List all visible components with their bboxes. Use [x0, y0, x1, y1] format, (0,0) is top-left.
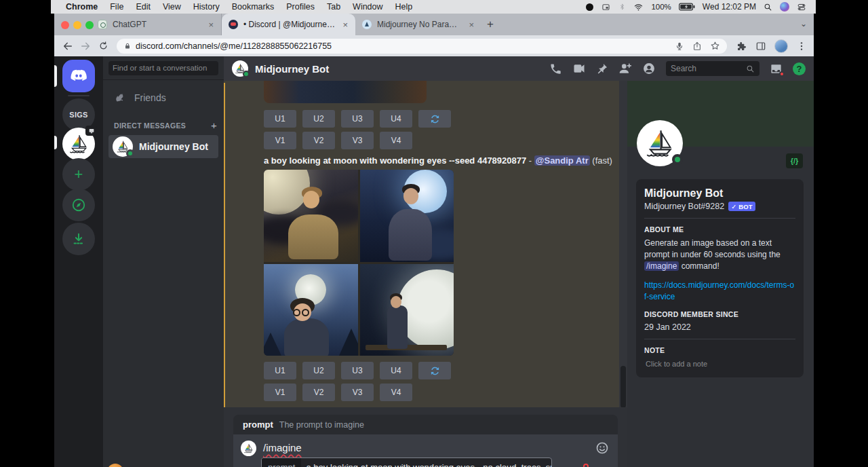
note-input[interactable]: Click to add a note [644, 360, 795, 368]
discord-home-button[interactable] [62, 60, 95, 92]
prompt-option-field[interactable]: prompt a boy looking at moon with wonder… [261, 457, 552, 467]
minimize-window-button[interactable] [73, 21, 81, 29]
back-button[interactable] [61, 39, 75, 53]
reroll-button[interactable] [418, 110, 451, 128]
extensions-icon[interactable] [736, 41, 747, 52]
inbox-button[interactable] [770, 62, 783, 75]
v4-button[interactable]: V4 [380, 384, 412, 401]
u4-button[interactable]: U4 [380, 110, 412, 128]
new-tab-button[interactable]: + [481, 14, 499, 35]
menu-view[interactable]: View [163, 2, 181, 12]
menu-window[interactable]: Window [353, 2, 382, 12]
midjourney-image-grid[interactable] [264, 170, 454, 356]
menu-tab[interactable]: Tab [327, 2, 340, 12]
u4-button[interactable]: U4 [380, 362, 412, 379]
add-server-button[interactable]: + [62, 158, 95, 191]
v4-button[interactable]: V4 [380, 132, 412, 149]
tab-midjourney-no-parameter[interactable]: Midjourney No Parameter × [355, 14, 481, 35]
prompt-option-value[interactable]: a boy looking at moon with wondering eye… [301, 458, 552, 467]
close-window-button[interactable] [61, 21, 69, 29]
imagine-command-chip[interactable]: /imagine [644, 261, 679, 271]
chrome-window: ChatGPT × • Discord | @Midjourney Bot × … [54, 14, 814, 467]
tab-close-icon[interactable]: × [206, 20, 216, 30]
menu-help[interactable]: Help [395, 2, 413, 12]
window-manager-icon[interactable] [601, 3, 611, 12]
u1-button[interactable]: U1 [264, 362, 296, 379]
emoji-picker-icon[interactable] [595, 441, 609, 455]
conversation-search-button[interactable]: Find or start a conversation [108, 61, 218, 75]
generated-image-2[interactable] [360, 170, 454, 262]
user-mention[interactable]: @Sandip Atr [534, 155, 590, 166]
address-bar[interactable]: discord.com/channels/@me/112828885506221… [117, 39, 727, 54]
u1-button[interactable]: U1 [264, 110, 296, 128]
menu-profiles[interactable]: Profiles [286, 2, 315, 12]
main-area: Midjourney Bot Search [224, 56, 814, 467]
member-since-label: DISCORD MEMBER SINCE [644, 310, 795, 318]
v1-button[interactable]: V1 [264, 132, 296, 149]
create-dm-icon[interactable]: + [211, 119, 217, 131]
menu-file[interactable]: File [110, 2, 123, 12]
voice-call-icon[interactable] [549, 62, 562, 75]
u2-button[interactable]: U2 [302, 362, 335, 379]
control-center-icon[interactable] [797, 3, 806, 12]
v3-button[interactable]: V3 [341, 132, 374, 149]
help-button[interactable]: ? [793, 62, 806, 75]
generated-image-4[interactable] [360, 264, 454, 356]
dm-item-midjourney-bot[interactable]: Midjourney Bot [108, 135, 218, 158]
menu-edit[interactable]: Edit [136, 2, 151, 12]
tab-discord-active[interactable]: • Discord | @Midjourney Bot × [222, 14, 355, 35]
bookmark-star-icon[interactable] [710, 41, 720, 51]
reroll-button[interactable] [418, 362, 451, 379]
chat-scrollbar-thumb[interactable] [620, 366, 626, 407]
tab-chatgpt[interactable]: ChatGPT × [91, 14, 222, 35]
v2-button[interactable]: V2 [302, 132, 335, 149]
menu-chrome[interactable]: Chrome [66, 2, 98, 12]
reload-button[interactable] [96, 39, 110, 53]
browser-menu-icon[interactable] [796, 41, 807, 52]
user-profile-toggle-icon[interactable] [642, 62, 656, 75]
side-panel-icon[interactable] [755, 41, 766, 52]
browser-profile-avatar[interactable] [774, 39, 788, 53]
share-icon[interactable] [692, 41, 702, 51]
chat-search-input[interactable]: Search [666, 61, 760, 76]
battery-icon[interactable] [679, 3, 695, 11]
macos-menubar: Chrome File Edit View History Bookmarks … [51, 0, 816, 14]
screen-record-icon[interactable] [586, 3, 593, 11]
tab-search-chevron-icon[interactable]: ⌄ [800, 19, 807, 29]
midjourney-dm-icon[interactable] [62, 128, 95, 160]
menu-bookmarks[interactable]: Bookmarks [232, 2, 275, 12]
user-avatar[interactable] [107, 464, 123, 467]
message-input-box[interactable]: /imagine prompt a boy looking at moon wi… [233, 434, 618, 467]
forward-button[interactable] [79, 39, 92, 53]
add-friends-to-dm-icon[interactable] [618, 62, 632, 75]
pinned-messages-icon[interactable] [596, 62, 608, 75]
generated-image-3[interactable] [264, 264, 358, 356]
v1-button[interactable]: V1 [264, 384, 296, 401]
generated-image-1[interactable] [264, 170, 358, 262]
browser-toolbar: discord.com/channels/@me/112828885506221… [54, 35, 814, 56]
midjourney-bot-avatar [241, 441, 256, 456]
siri-icon[interactable] [780, 2, 789, 12]
previous-image-attachment[interactable] [264, 81, 427, 103]
download-apps-button[interactable] [62, 223, 95, 255]
tab-close-icon[interactable]: × [467, 20, 476, 30]
sidebar-item-friends[interactable]: Friends [108, 87, 218, 109]
wifi-icon[interactable] [633, 3, 644, 12]
spotlight-search-icon[interactable] [764, 3, 772, 12]
video-call-icon[interactable] [572, 62, 586, 75]
v3-button[interactable]: V3 [341, 384, 374, 401]
v2-button[interactable]: V2 [302, 384, 335, 401]
u3-button[interactable]: U3 [341, 110, 374, 128]
terms-link[interactable]: https://docs.midjourney.com/docs/terms-o… [644, 280, 795, 301]
menu-history[interactable]: History [193, 2, 220, 12]
u2-button[interactable]: U2 [302, 110, 335, 128]
menubar-clock[interactable]: Wed 12:02 PM [703, 2, 756, 12]
slash-command-text[interactable]: /imagine [263, 442, 302, 453]
tab-close-icon[interactable]: × [340, 20, 350, 30]
explore-servers-button[interactable] [62, 189, 95, 221]
voice-search-icon[interactable] [675, 41, 684, 51]
url-text[interactable]: discord.com/channels/@me/112828885506221… [136, 41, 332, 51]
u3-button[interactable]: U3 [341, 362, 374, 379]
chat-scrollbar-track[interactable] [619, 81, 627, 407]
bluetooth-icon[interactable] [618, 3, 626, 11]
